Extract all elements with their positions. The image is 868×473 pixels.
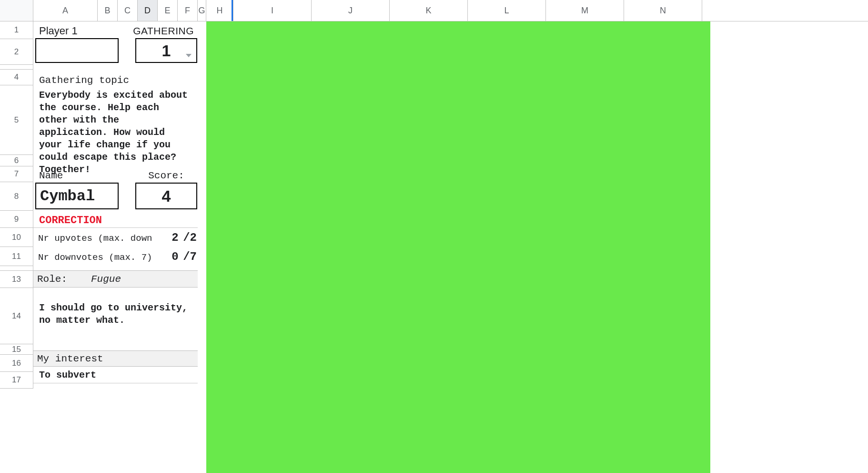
row-header-5[interactable]: 5 — [0, 85, 33, 155]
downvotes-row: Nr downvotes (max. 7) 0 /7 — [35, 248, 200, 265]
score-value-box: 4 — [135, 183, 197, 209]
interest-value: To subvert — [35, 367, 100, 383]
row-header-13[interactable]: 13 — [0, 271, 33, 288]
interest-label: My interest — [37, 353, 103, 364]
col-header-A[interactable]: A — [33, 0, 98, 21]
score-label: Score: — [135, 167, 197, 184]
row-header-10[interactable]: 10 — [0, 228, 33, 247]
corner-cell[interactable] — [0, 0, 33, 21]
green-fill-region — [206, 21, 710, 473]
gathering-dropdown[interactable]: 1 — [135, 38, 197, 63]
name-label: Name — [35, 167, 67, 184]
upvotes-row: Nr upvotes (max. down 2 /2 — [35, 229, 200, 246]
topic-label: Gathering topic — [35, 72, 133, 89]
downvotes-label: Nr downvotes (max. 7) — [38, 252, 152, 263]
row-header-9[interactable]: 9 — [0, 211, 33, 228]
col-header-F[interactable]: F — [178, 0, 198, 21]
col-header-H[interactable]: H — [206, 0, 233, 21]
player-name-input[interactable] — [35, 38, 119, 63]
row-header-6[interactable]: 6 — [0, 155, 33, 166]
separator — [33, 227, 198, 228]
row-header-gap — [0, 65, 33, 70]
row-header-7[interactable]: 7 — [0, 166, 33, 182]
interest-label-row: My interest — [33, 350, 198, 367]
row-header-15[interactable]: 15 — [0, 344, 33, 355]
col-header-B[interactable]: B — [98, 0, 118, 21]
col-header-J[interactable]: J — [312, 0, 390, 21]
row-header-17[interactable]: 17 — [0, 372, 33, 389]
col-header-L[interactable]: L — [468, 0, 546, 21]
row-header-11[interactable]: 11 — [0, 247, 33, 266]
row-header-4[interactable]: 4 — [0, 70, 33, 85]
col-header-K[interactable]: K — [390, 0, 468, 21]
name-value-box[interactable]: Cymbal — [35, 183, 119, 209]
row-header-gap — [0, 266, 33, 271]
row-header-16[interactable]: 16 — [0, 355, 33, 372]
col-header-D[interactable]: D — [138, 0, 158, 21]
upvotes-max: /2 — [183, 231, 197, 244]
chevron-down-icon — [186, 54, 192, 57]
score-value: 4 — [136, 184, 196, 208]
col-header-M[interactable]: M — [546, 0, 624, 21]
col-header-I[interactable]: I — [233, 0, 312, 21]
gathering-value: 1 — [136, 39, 196, 62]
role-row: Role: Fugue — [33, 270, 198, 288]
row-header-1[interactable]: 1 — [0, 21, 33, 39]
row-header-8[interactable]: 8 — [0, 182, 33, 211]
player-label: Player 1 — [35, 22, 119, 40]
downvotes-value: 0 — [172, 250, 181, 263]
gathering-label: GATHERING — [126, 22, 198, 39]
row-header-14[interactable]: 14 — [0, 288, 33, 344]
name-value: Cymbal — [40, 187, 95, 205]
role-value: Fugue — [91, 274, 121, 285]
role-label: Role: — [37, 274, 67, 285]
separator — [33, 383, 198, 383]
column-headers: ABCDEFGHIJKLMN — [0, 0, 868, 21]
downvotes-max: /7 — [183, 250, 197, 263]
col-header-N[interactable]: N — [624, 0, 702, 21]
upvotes-value: 2 — [172, 231, 181, 244]
topic-text: Everybody is excited about the course. H… — [35, 87, 197, 178]
belief-text: I should go to university, no matter wha… — [35, 300, 192, 329]
col-header-G[interactable]: G — [198, 0, 206, 21]
upvotes-label: Nr upvotes (max. down — [38, 233, 152, 244]
col-header-E[interactable]: E — [158, 0, 178, 21]
col-header-C[interactable]: C — [118, 0, 138, 21]
row-header-2[interactable]: 2 — [0, 39, 33, 65]
